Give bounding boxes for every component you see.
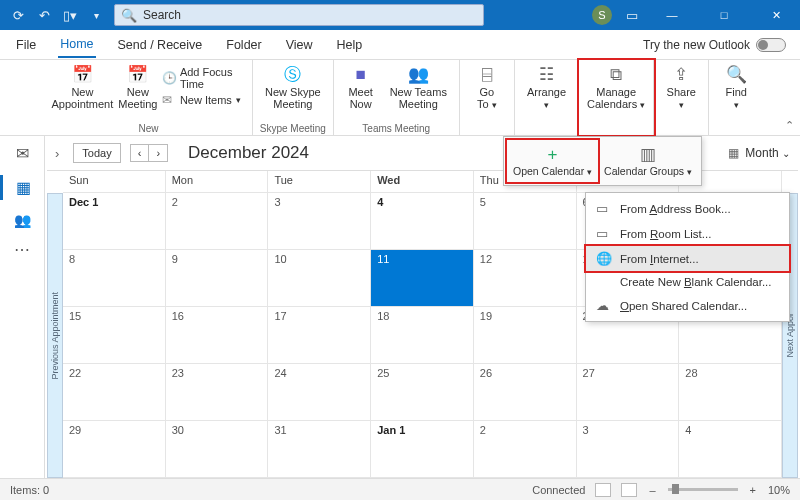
ribbon: 📅 New Appointment 📅 New Meeting 🕒Add Foc… — [0, 60, 800, 136]
search-input[interactable]: 🔍 Search — [114, 4, 484, 26]
calendar-cell[interactable]: 18 — [371, 307, 474, 364]
arrange-icon: ☷ — [539, 65, 554, 85]
address-book-icon: ▭ — [596, 201, 612, 216]
zoom-in-button[interactable]: + — [748, 484, 758, 496]
titlebar: ⟳ ↶ ▯▾ ▾ 🔍 Search S ▭ — □ ✕ — [0, 0, 800, 30]
calendar-cell[interactable]: 17 — [268, 307, 371, 364]
zoom-slider[interactable] — [668, 488, 738, 491]
calendar-cell[interactable]: 11 — [371, 250, 474, 307]
new-items-icon: ✉ — [162, 93, 176, 107]
calendar-cell[interactable]: 4 — [679, 421, 782, 478]
tab-send-receive[interactable]: Send / Receive — [116, 33, 205, 57]
tab-help[interactable]: Help — [335, 33, 365, 57]
calendar-cell[interactable]: 12 — [474, 250, 577, 307]
window-mode-icon[interactable]: ▭ — [624, 7, 640, 23]
calendar-cell[interactable]: 3 — [268, 193, 371, 250]
refresh-icon[interactable]: ⟳ — [10, 7, 26, 23]
from-address-book-item[interactable]: ▭From Address Book... — [586, 196, 789, 221]
calendar-cell[interactable]: 22 — [63, 364, 166, 421]
calendar-cell[interactable]: 23 — [166, 364, 269, 421]
find-button[interactable]: 🔍 Find▾ — [715, 62, 757, 122]
calendar-cell[interactable]: 4 — [371, 193, 474, 250]
items-count: Items: 0 — [10, 484, 49, 496]
calendar-groups-button[interactable]: ▥ Calendar Groups ▾ — [598, 140, 698, 182]
calendar-cell[interactable]: 10 — [268, 250, 371, 307]
minimize-button[interactable]: — — [652, 0, 692, 30]
new-meeting-button[interactable]: 📅 New Meeting — [116, 62, 160, 122]
calendar-cell[interactable]: 9 — [166, 250, 269, 307]
prev-appointment-gutter[interactable]: Previous Appointment — [47, 193, 63, 478]
view-normal-button[interactable] — [595, 483, 611, 497]
archive-icon[interactable]: ▯▾ — [62, 7, 78, 23]
new-teams-meeting-button[interactable]: 👥 New Teams Meeting — [384, 62, 453, 122]
create-blank-calendar-item[interactable]: Create New Blank Calendar... — [586, 271, 789, 293]
calendar-cell[interactable]: 3 — [577, 421, 680, 478]
calendar-cell[interactable]: Jan 1 — [371, 421, 474, 478]
add-focus-time-button[interactable]: 🕒Add Focus Time — [162, 66, 242, 90]
tab-folder[interactable]: Folder — [224, 33, 263, 57]
collapse-folder-pane-icon[interactable]: › — [55, 146, 59, 161]
calendar-cell[interactable]: Dec 1 — [63, 193, 166, 250]
day-header: Tue — [268, 171, 371, 193]
new-appointment-button[interactable]: 📅 New Appointment — [51, 62, 114, 122]
tab-view[interactable]: View — [284, 33, 315, 57]
meet-now-button[interactable]: ■ Meet Now — [340, 62, 382, 122]
calendar-cell[interactable]: 25 — [371, 364, 474, 421]
calendar-cell[interactable]: 16 — [166, 307, 269, 364]
open-calendar-button[interactable]: + Open Calendar ▾ — [507, 140, 598, 182]
calendar-cell[interactable]: 8 — [63, 250, 166, 307]
calendar-cell[interactable]: 30 — [166, 421, 269, 478]
from-room-list-item[interactable]: ▭From Room List... — [586, 221, 789, 246]
arrange-button[interactable]: ☷ Arrange▾ — [521, 62, 572, 122]
undo-icon[interactable]: ↶ — [36, 7, 52, 23]
calendar-cell[interactable]: 5 — [474, 193, 577, 250]
search-icon: 🔍 — [121, 8, 137, 23]
zoom-out-button[interactable]: – — [647, 484, 657, 496]
calendar-cell[interactable]: 24 — [268, 364, 371, 421]
find-icon: 🔍 — [726, 65, 747, 85]
next-month-button[interactable]: › — [148, 144, 168, 162]
go-to-button[interactable]: ⌸ Go To ▾ — [466, 62, 508, 122]
new-items-button[interactable]: ✉New Items▾ — [162, 93, 242, 107]
group-label-new: New — [138, 122, 158, 135]
share-button[interactable]: ⇪ Share▾ — [660, 62, 702, 122]
nav-more-icon[interactable]: ⋯ — [14, 240, 30, 259]
skype-icon: Ⓢ — [284, 65, 301, 85]
calendar-cell[interactable]: 31 — [268, 421, 371, 478]
avatar[interactable]: S — [592, 5, 612, 25]
close-button[interactable]: ✕ — [756, 0, 796, 30]
open-calendar-menu: ▭From Address Book... ▭From Room List...… — [585, 192, 790, 322]
new-skype-meeting-button[interactable]: Ⓢ New Skype Meeting — [259, 62, 327, 122]
calendar-cell[interactable]: 26 — [474, 364, 577, 421]
view-reading-button[interactable] — [621, 483, 637, 497]
try-new-outlook-label: Try the new Outlook — [643, 38, 750, 52]
calendar-cell[interactable]: 29 — [63, 421, 166, 478]
open-shared-calendar-item[interactable]: ☁Open Shared Calendar... — [586, 293, 789, 318]
calendar-cell[interactable]: 2 — [474, 421, 577, 478]
group-label-teams: Teams Meeting — [362, 122, 430, 135]
calendar-cell[interactable]: 28 — [679, 364, 782, 421]
tab-home[interactable]: Home — [58, 32, 95, 58]
calendar-cell[interactable]: 19 — [474, 307, 577, 364]
maximize-button[interactable]: □ — [704, 0, 744, 30]
zoom-level: 10% — [768, 484, 790, 496]
prev-month-button[interactable]: ‹ — [130, 144, 150, 162]
from-internet-item[interactable]: 🌐From Internet... — [586, 246, 789, 271]
tab-file[interactable]: File — [14, 33, 38, 57]
calendar-cell[interactable]: 15 — [63, 307, 166, 364]
calendar-cell[interactable]: 27 — [577, 364, 680, 421]
view-month-button[interactable]: Month ⌄ — [745, 146, 790, 160]
today-button[interactable]: Today — [73, 143, 120, 163]
video-icon: ■ — [356, 65, 366, 85]
try-new-outlook-toggle[interactable] — [756, 38, 786, 52]
calendar-appointment-icon: 📅 — [72, 65, 93, 85]
nav-calendar-icon[interactable]: ▦ — [0, 175, 44, 200]
calendar-cell[interactable]: 2 — [166, 193, 269, 250]
view-month-icon: ▦ — [728, 146, 739, 160]
nav-people-icon[interactable]: 👥 — [14, 212, 31, 228]
day-header: Mon — [166, 171, 269, 193]
collapse-ribbon-icon[interactable]: ⌃ — [785, 119, 794, 132]
nav-mail-icon[interactable]: ✉ — [16, 144, 29, 163]
qat-overflow-icon[interactable]: ▾ — [88, 7, 104, 23]
manage-calendars-button[interactable]: ⧉ Manage Calendars ▾ — [581, 62, 651, 120]
